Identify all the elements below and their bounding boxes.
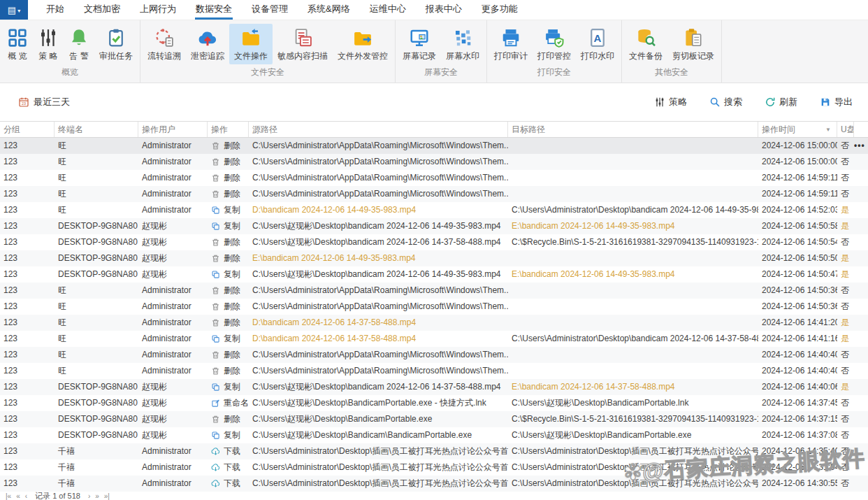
table-row[interactable]: 123旺Administrator删除C:\Users\Administrato… — [0, 170, 868, 186]
cell-source-path: C:\Users\赵现彬\Desktop\bandicam 2024-12-06… — [249, 266, 508, 283]
search-button[interactable]: 搜索 — [705, 95, 746, 109]
pager-next[interactable]: › — [88, 492, 90, 500]
table-row[interactable]: 123旺Administrator复制D:\bandicam 2024-12-0… — [0, 202, 868, 218]
pager-prev[interactable]: ‹ — [25, 492, 27, 500]
table-row[interactable]: 123DESKTOP-9G8NA80赵现彬重命名C:\Users\赵现彬\Des… — [0, 395, 868, 411]
tool-button[interactable]: 概 览 — [2, 24, 33, 64]
cell-usb: 否 — [837, 363, 854, 379]
cell-source-path: C:\Users\赵现彬\Desktop\BandicamPortable.ex… — [249, 411, 508, 427]
table-row[interactable]: 123旺Administrator删除C:\Users\Administrato… — [0, 154, 868, 170]
menu-item-5[interactable]: 设备管理 — [242, 0, 298, 20]
table-row[interactable]: 123DESKTOP-9G8NA80赵现彬删除E:\bandicam 2024-… — [0, 250, 868, 266]
tool-button[interactable]: 打印审计 — [489, 24, 533, 64]
menu-item-7[interactable]: 运维中心 — [360, 0, 416, 20]
table-row[interactable]: 123DESKTOP-9G8NA80赵现彬复制C:\Users\赵现彬\Desk… — [0, 427, 868, 443]
refresh-button[interactable]: 刷新 — [760, 95, 802, 109]
column-header-5[interactable]: 源路径 — [249, 122, 508, 137]
tool-button[interactable]: 文件备份 — [624, 24, 667, 64]
column-header-4[interactable]: 操作 — [208, 122, 249, 137]
delete-icon — [211, 141, 220, 150]
pager-prev-fast[interactable]: « — [16, 492, 20, 500]
menu-item-9[interactable]: 更多功能 — [472, 0, 528, 20]
table-row[interactable]: 123旺Administrator删除C:\Users\Administrato… — [0, 299, 868, 315]
tool-button[interactable]: 策 略 — [33, 24, 64, 64]
tool-button[interactable]: 打印管控 — [533, 24, 576, 64]
export-button[interactable]: 导出 — [816, 95, 857, 109]
tool-button[interactable]: 屏幕水印 — [441, 24, 484, 64]
table-row[interactable]: 123DESKTOP-9G8NA80赵现彬删除C:\Users\赵现彬\Desk… — [0, 411, 868, 427]
tool-button[interactable]: 敏感内容扫描 — [273, 24, 333, 64]
column-header-2[interactable]: 终端名 — [55, 122, 138, 137]
cell-time: 2024-12-06 14:50:54 — [758, 234, 837, 250]
pager-first[interactable]: |« — [6, 492, 11, 500]
operation-label: 复制 — [224, 220, 240, 232]
cell-terminal: 旺 — [55, 347, 138, 363]
pager-last[interactable]: »| — [104, 492, 110, 500]
sliders-button[interactable]: 策略 — [650, 95, 691, 109]
column-header-1[interactable]: 分组 — [0, 122, 55, 137]
table-row[interactable]: 123千禧Administrator下载C:\Users\Administrat… — [0, 443, 868, 459]
date-filter-button[interactable]: 23 最近三天 — [14, 95, 74, 109]
tool-button[interactable]: 文件操作 — [229, 24, 273, 64]
table-row[interactable]: 123千禧Administrator下载C:\Users\Administrat… — [0, 476, 868, 492]
cell-user: Administrator — [138, 459, 208, 476]
cell-target-path: C:\Users\Administrator\Desktop\插画\员工被打耳光… — [508, 476, 758, 492]
menu-item-4[interactable]: 数据安全 — [186, 0, 242, 20]
cell-user: 赵现彬 — [138, 234, 208, 250]
app-menu-button[interactable]: ▤ ▾ — [0, 0, 28, 20]
tool-button[interactable]: 审批任务 — [94, 24, 138, 64]
cell-target-path: E:\bandicam 2024-12-06 14-49-35-983.mp4 — [508, 218, 758, 234]
column-header-6[interactable]: 目标路径 — [508, 122, 758, 137]
sort-arrow-icon[interactable]: ▼ — [825, 127, 831, 133]
menu-item-3[interactable]: 上网行为 — [130, 0, 186, 20]
operation-label: 删除 — [224, 236, 240, 248]
table-row[interactable]: 123DESKTOP-9G8NA80赵现彬复制C:\Users\赵现彬\Desk… — [0, 218, 868, 234]
ribbon-group-tools: 概 览策 略告 警审批任务 — [2, 20, 138, 65]
cell-operation: 复制 — [208, 427, 249, 443]
row-menu-button[interactable]: ••• — [854, 141, 865, 150]
table-row[interactable]: 123千禧Administrator下载C:\Users\Administrat… — [0, 459, 868, 476]
table-row[interactable]: 123DESKTOP-9G8NA80赵现彬复制C:\Users\赵现彬\Desk… — [0, 266, 868, 283]
cell-user: Administrator — [138, 331, 208, 347]
menu-item-1[interactable]: 开始 — [36, 0, 74, 20]
column-header-7[interactable]: 操作时间▼ — [758, 122, 837, 137]
table-row[interactable]: 123旺Administrator复制D:\bandicam 2024-12-0… — [0, 331, 868, 347]
tool-button[interactable]: 屏幕记录 — [398, 24, 441, 64]
tool-button[interactable]: 剪切板记录 — [667, 24, 719, 64]
cell-time: 2024-12-06 14:31:04 — [758, 459, 837, 476]
cell-row-menu — [854, 186, 868, 202]
table-row[interactable]: 123旺Administrator删除C:\Users\Administrato… — [0, 186, 868, 202]
table-row[interactable]: 123旺Administrator删除C:\Users\Administrato… — [0, 283, 868, 299]
tool-button[interactable]: 文件外发管控 — [333, 24, 393, 64]
column-header-3[interactable]: 操作用户 — [138, 122, 208, 137]
table-row[interactable]: 123旺Administrator删除C:\Users\Administrato… — [0, 347, 868, 363]
column-header-8[interactable]: U盘 — [837, 122, 854, 137]
cell-time: 2024-12-06 14:37:08 — [758, 427, 837, 443]
tool-button[interactable]: A打印水印 — [576, 24, 619, 64]
cell-terminal: 旺 — [55, 315, 138, 331]
cell-row-menu — [854, 347, 868, 363]
menu-item-8[interactable]: 报表中心 — [416, 0, 472, 20]
pixels-icon — [452, 27, 473, 48]
tool-button[interactable]: 流转追溯 — [143, 24, 186, 64]
cell-target-path: C:\Users\Administrator\Desktop\插画\员工被打耳光… — [508, 443, 758, 459]
cell-group: 123 — [0, 476, 55, 492]
tool-button[interactable]: 告 警 — [64, 24, 94, 64]
cell-time: 2024-12-06 14:40:06 — [758, 379, 837, 395]
cell-terminal: 旺 — [55, 170, 138, 186]
cell-target-path — [508, 347, 758, 363]
cell-target-path: C:\$Recycle.Bin\S-1-5-21-3161619381-3297… — [508, 234, 758, 250]
table-row[interactable]: 123DESKTOP-9G8NA80赵现彬删除C:\Users\赵现彬\Desk… — [0, 234, 868, 250]
tool-button[interactable]: 泄密追踪 — [186, 24, 229, 64]
menu-item-2[interactable]: 文档加密 — [74, 0, 130, 20]
pager-next-fast[interactable]: » — [95, 492, 99, 500]
table-row[interactable]: 123旺Administrator删除C:\Users\Administrato… — [0, 138, 868, 154]
cell-user: Administrator — [138, 138, 208, 154]
cell-operation: 删除 — [208, 315, 249, 331]
table-row[interactable]: 123DESKTOP-9G8NA80赵现彬复制C:\Users\赵现彬\Desk… — [0, 379, 868, 395]
menu-item-6[interactable]: 系统&网络 — [298, 0, 360, 20]
tool-label: 告 警 — [69, 50, 88, 62]
table-row[interactable]: 123旺Administrator删除C:\Users\Administrato… — [0, 363, 868, 379]
operation-label: 删除 — [224, 156, 240, 168]
table-row[interactable]: 123旺Administrator删除D:\bandicam 2024-12-0… — [0, 315, 868, 331]
